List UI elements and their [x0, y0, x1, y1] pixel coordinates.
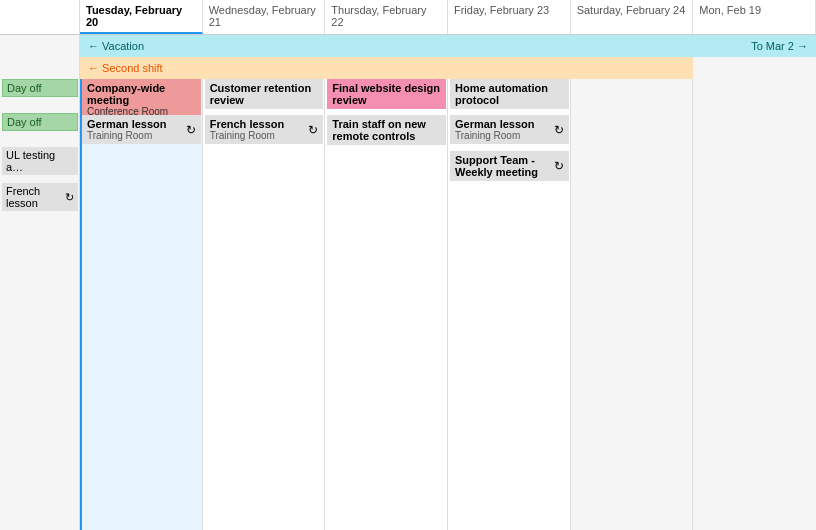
customer-retention-event[interactable]: Customer retention review: [205, 79, 324, 109]
vacation-banner[interactable]: ← Vacation To Mar 2 →: [80, 35, 816, 57]
calendar-wrapper: Tuesday, February 20 Wednesday, February…: [0, 0, 816, 530]
side-day-off-2[interactable]: Day off: [2, 113, 78, 131]
calendar-body: ← Vacation To Mar 2 → ← Second shift Day…: [0, 35, 816, 530]
refresh-icon-german-tue: ↻: [186, 123, 196, 137]
fri-col-bg: [448, 35, 571, 530]
support-team-event[interactable]: Support Team - Weekly meeting ↻: [450, 151, 569, 181]
header-day-thu: Thursday, February 22: [325, 0, 448, 34]
company-meeting-title: Company-wide meeting: [87, 82, 196, 106]
train-staff-event[interactable]: Train staff on new remote controls: [327, 115, 446, 145]
refresh-icon-german-fri: ↻: [554, 123, 564, 137]
day-off-2-label: Day off: [7, 116, 42, 128]
day-off-1-label: Day off: [7, 82, 42, 94]
header-day-tue: Tuesday, February 20: [80, 0, 203, 34]
customer-retention-title: Customer retention review: [210, 82, 319, 106]
french-lesson-wed[interactable]: French lesson Training Room ↻: [205, 115, 324, 144]
header-row: Tuesday, February 20 Wednesday, February…: [0, 0, 816, 35]
side-french-lesson[interactable]: French lesson ↻: [2, 183, 78, 211]
company-meeting-event[interactable]: Company-wide meeting Conference Room: [82, 79, 201, 120]
german-lesson-tue[interactable]: German lesson Training Room ↻: [82, 115, 201, 144]
header-day-mon-prev: Mon, Feb 19: [693, 0, 816, 34]
ul-testing-label: UL testing a…: [6, 149, 55, 173]
german-fri-title: German lesson: [455, 118, 534, 130]
home-automation-event[interactable]: Home automation protocol: [450, 79, 569, 109]
german-tue-title: German lesson: [87, 118, 166, 130]
train-staff-title: Train staff on new remote controls: [332, 118, 441, 142]
vacation-label: ← Vacation: [88, 40, 144, 52]
german-tue-sub: Training Room: [87, 130, 166, 141]
vacation-end: To Mar 2 →: [751, 40, 808, 52]
refresh-icon-french-wed: ↻: [308, 123, 318, 137]
thu-col-bg: [325, 35, 448, 530]
side-french-label: French lesson: [6, 185, 65, 209]
shift-label: ← Second shift: [88, 62, 163, 74]
home-automation-title: Home automation protocol: [455, 82, 564, 106]
wed-col-bg: [203, 35, 326, 530]
extra-col-bg: [693, 35, 816, 530]
website-design-title: Final website design review: [332, 82, 441, 106]
header-day-sat: Saturday, February 24: [571, 0, 694, 34]
side-day-off-1[interactable]: Day off: [2, 79, 78, 97]
header-blank: [0, 0, 80, 34]
french-wed-sub: Training Room: [210, 130, 285, 141]
ul-testing-event[interactable]: UL testing a…: [2, 147, 78, 175]
refresh-icon-support: ↻: [554, 159, 564, 173]
french-wed-title: French lesson: [210, 118, 285, 130]
header-day-wed: Wednesday, February 21: [203, 0, 326, 34]
shift-banner[interactable]: ← Second shift: [80, 57, 693, 79]
german-lesson-fri[interactable]: German lesson Training Room ↻: [450, 115, 569, 144]
refresh-icon-side: ↻: [65, 191, 74, 204]
support-team-title: Support Team - Weekly meeting: [455, 154, 554, 178]
sat-col-bg: [571, 35, 694, 530]
german-fri-sub: Training Room: [455, 130, 534, 141]
side-col-bg: [0, 35, 80, 530]
header-day-fri: Friday, February 23: [448, 0, 571, 34]
website-design-event[interactable]: Final website design review: [327, 79, 446, 109]
